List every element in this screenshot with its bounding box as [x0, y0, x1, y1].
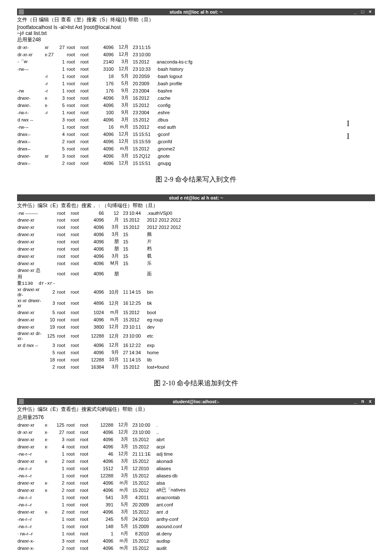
cell-day: 15: [129, 123, 138, 130]
menubar-1[interactable]: 文件（日 编辑（日 查看（里）搜索（S）终端(1) 帮助（旦）: [17, 15, 375, 24]
cell-own: root: [57, 356, 70, 363]
terminal-window-3: student@loc:aihost:- _ n x 文件伍）编St（E）查看也…: [17, 398, 375, 552]
cell-mon: 朋: [106, 238, 119, 245]
cell-grp: root: [80, 494, 95, 501]
cell-lnk: 1: [54, 58, 66, 65]
total-line-3: 总用量2576: [17, 414, 375, 421]
cell-own: root: [57, 210, 70, 216]
cell-name: .xauthVSjiXl: [147, 210, 182, 216]
cell-size: 4096: [86, 252, 106, 260]
cell-lnk: 5: [54, 101, 66, 109]
table-row: d rwx --3rootroot40963月152012.dbus: [17, 116, 193, 123]
cell-lnk: 10: [44, 316, 57, 323]
cell-mon: n月: [115, 530, 129, 537]
table-row: drwxr-xr10rootroot4096m月152012eg roup: [17, 316, 169, 323]
cell-perm: -rw-r--r: [17, 515, 44, 523]
table-row: drwxr-xr3rootroot40963月152Q12.gnote: [17, 152, 193, 159]
cell-grp: root: [70, 349, 86, 356]
cell-lnk: 4: [54, 443, 66, 450]
cell-size: 4096: [95, 537, 115, 544]
cell-grp: root: [70, 260, 86, 267]
cell-own: root: [57, 298, 70, 309]
cell-own: root: [66, 109, 80, 116]
table-row: drwxr-x-2rootroot4096m月152012audit: [17, 544, 186, 552]
caption-2: 图 2-10 命令结果追加到文件: [17, 379, 375, 388]
cell-perm: drwxr-: [17, 101, 44, 109]
title-text: stud e nt@loc al h ost: ~: [169, 195, 223, 200]
cell-mon: 3月: [115, 58, 129, 65]
cell-name: dev: [147, 323, 169, 330]
cell-grp: root: [80, 65, 95, 72]
cell-own: root: [66, 65, 80, 72]
cell-size: 12288: [86, 356, 106, 363]
cell-time: 2012: [138, 544, 156, 552]
cell-perm: -rw-r--r: [17, 523, 44, 530]
cell-grp: root: [80, 145, 95, 152]
cell-grp: root: [80, 130, 95, 138]
cell-dot: [44, 145, 54, 152]
cell-own: root: [66, 116, 80, 123]
cell-lnk: 1: [54, 501, 66, 508]
cell-dot: x·: [44, 457, 54, 465]
cell-size: 541: [95, 494, 115, 501]
cell-lnk: 3: [44, 341, 57, 349]
window-controls[interactable]: _ □ ×: [354, 9, 373, 14]
window-controls[interactable]: _ n x: [354, 399, 373, 404]
cell-name: at.deny: [156, 530, 186, 537]
cell-grp: root: [80, 436, 95, 443]
menubar-2[interactable]: 文件伍）编St（E）查看也）搜索，：（勾缚端任）帮助（旦）: [17, 201, 375, 210]
cell-grp: root: [80, 501, 95, 508]
cell-size: 3800: [86, 323, 106, 330]
cell-own: root: [57, 323, 70, 330]
cell-dot: [44, 130, 54, 138]
cell-time: 20S9: [138, 72, 156, 80]
cell-own: root: [66, 43, 80, 51]
cell-size: 176: [95, 87, 115, 94]
cell-perm: -rw: [17, 87, 44, 94]
cell-name: .bash profile: [156, 80, 193, 87]
cell-size: 4096: [95, 457, 115, 465]
cell-mon: 12月: [115, 159, 129, 167]
title-text: student@loc:aihost:-: [173, 399, 219, 404]
cell-name: .gnupg: [156, 159, 193, 167]
cell-own: root: [66, 130, 80, 138]
cell-mon: 12: [106, 210, 119, 216]
cell-dot: x·: [44, 436, 54, 443]
cell-lnk: 27: [54, 428, 66, 436]
cell-name: bk: [147, 298, 169, 309]
cell-lnk: 1: [54, 72, 66, 80]
cell-size: 4096: [86, 316, 106, 323]
cell-own: root: [66, 94, 80, 101]
cell-own: root: [57, 231, 70, 238]
cell-time: 2012: [138, 537, 156, 544]
cell-name: alt已「natives: [156, 486, 186, 494]
cell-time: 2Q12: [138, 152, 156, 159]
cell-mon: 3月: [115, 457, 129, 465]
cell-mon: 12月: [115, 130, 129, 138]
cell-lnk: 2: [54, 479, 66, 486]
cell-size: 4096: [86, 341, 106, 349]
cell-name: 载: [147, 252, 182, 260]
cell-size: 4096: [95, 101, 115, 109]
cell-perm: xr drwxr-xr dr-: [17, 286, 44, 298]
menubar-3[interactable]: 文件伍）编St（E）查看也）搜索式勾鹤端任）帮助（旦）: [17, 405, 375, 414]
table-row: 5rootroot40969月2714:34home: [17, 349, 169, 356]
cell-day: 15: [129, 486, 138, 494]
cell-perm: drwx--: [17, 138, 44, 145]
cell-mon: 3月: [115, 508, 129, 515]
cell-time: 10:00: [138, 421, 156, 428]
cell-mon: m月: [106, 309, 119, 316]
cell-perm: drwxr-xr: [17, 316, 44, 323]
cell-own: root: [66, 159, 80, 167]
cell-own: root: [57, 363, 70, 370]
cell-perm: drwxr-xr: [17, 260, 44, 267]
cell-perm: [17, 349, 44, 356]
cell-time: 10:33: [138, 65, 156, 72]
table-row: drwxr-xrrootroot40963月15载: [17, 252, 182, 260]
cell-dot: [44, 494, 54, 501]
table-row: drwxr-xrrootroot4096月1520122012 2012 201…: [17, 216, 182, 223]
cell-size: 148: [95, 523, 115, 530]
table-row: drwx--2rootroot409612月1515:51.gnupg: [17, 159, 193, 167]
cell-dot: x·: [44, 479, 54, 486]
cell-dot: x·: [44, 101, 54, 109]
